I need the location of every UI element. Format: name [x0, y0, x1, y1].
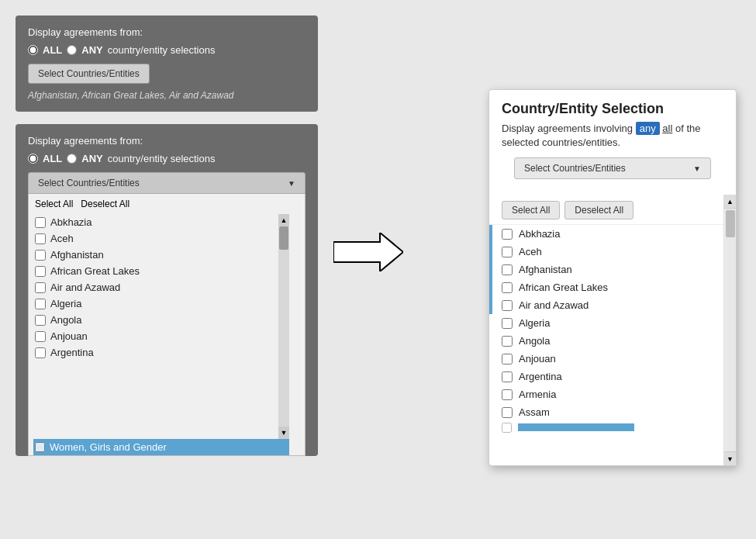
top-radio-row: ALL ANY country/entity selections [28, 44, 306, 56]
r-algeria-label: Algeria [519, 317, 550, 329]
afghanistan-label: Afghanistan [50, 249, 104, 261]
right-list-item: African Great Lakes [489, 278, 723, 296]
top-all-radio[interactable] [28, 45, 38, 55]
right-panel-header: Country/Entity Selection Display agreeme… [489, 90, 736, 195]
top-all-label: ALL [43, 44, 62, 56]
scrollbar-up-btn[interactable]: ▲ [724, 195, 737, 209]
right-list-scroll-area: Abkhazia Aceh Afghanistan African Great … [489, 225, 723, 465]
bottom-select-all-link[interactable]: Select All [35, 199, 73, 209]
bottom-list-scroll-area: Abkhazia Aceh Afghanistan African Great … [33, 214, 289, 439]
r-african-great-lakes-checkbox[interactable] [502, 282, 513, 293]
right-arrow-icon [333, 233, 403, 271]
scrollbar-thumb [726, 210, 735, 237]
right-list-item: Anjouan [489, 350, 723, 368]
african-great-lakes-label: African Great Lakes [50, 265, 140, 277]
right-list-item: Algeria [489, 314, 723, 332]
r-abkhazia-checkbox[interactable] [502, 229, 513, 240]
r-armenia-label: Armenia [519, 389, 556, 400]
bottom-dropdown-arrow: ▼ [288, 179, 295, 188]
r-aceh-label: Aceh [519, 246, 542, 257]
bottom-highlight-item: Women, Girls and Gender [33, 439, 289, 455]
right-dropdown-arrow-icon: ▼ [693, 164, 701, 173]
r-algeria-checkbox[interactable] [502, 318, 513, 329]
right-panel: Country/Entity Selection Display agreeme… [488, 89, 737, 466]
right-list-item: Aceh [489, 243, 723, 261]
angola-checkbox[interactable] [35, 315, 46, 326]
bottom-any-label: ANY [81, 153, 102, 164]
r-argentina-label: Argentina [519, 371, 562, 382]
right-panel-desc: Display agreements involving any all of … [502, 122, 723, 150]
argentina-checkbox[interactable] [35, 347, 46, 358]
r-aceh-checkbox[interactable] [502, 247, 513, 257]
r-african-great-lakes-label: African Great Lakes [519, 282, 608, 293]
bottom-dropdown-btn[interactable]: Select Countries/Entities ▼ [28, 172, 306, 194]
list-item: Air and Azawad [33, 279, 289, 295]
r-air-azawad-label: Air and Azawad [519, 299, 589, 311]
bottom-any-radio[interactable] [67, 154, 77, 164]
bottom-list-header: Select All Deselect All [33, 199, 289, 209]
r-afghanistan-checkbox[interactable] [502, 264, 513, 275]
right-list-item: Angola [489, 332, 723, 350]
r-afghanistan-label: Afghanistan [519, 264, 572, 275]
scrollbar-down-btn[interactable]: ▼ [724, 451, 737, 465]
top-any-radio[interactable] [67, 45, 77, 55]
desc-all[interactable]: all [662, 123, 672, 134]
r-air-azawad-checkbox[interactable] [502, 300, 513, 311]
scroll-down-btn[interactable]: ▼ [278, 427, 289, 439]
right-list-item: Assam [489, 403, 723, 421]
r-partial-checkbox[interactable] [502, 423, 512, 433]
r-argentina-checkbox[interactable] [502, 371, 513, 382]
svg-marker-0 [333, 233, 403, 271]
bottom-radio-row: ALL ANY country/entity selections [28, 153, 306, 164]
algeria-checkbox[interactable] [35, 299, 46, 309]
r-angola-checkbox[interactable] [502, 336, 513, 347]
bottom-panel: Display agreements from: ALL ANY country… [16, 124, 318, 456]
right-select-all-btn[interactable]: Select All [502, 201, 560, 219]
abkhazia-checkbox[interactable] [35, 217, 46, 228]
afghanistan-checkbox[interactable] [35, 250, 46, 261]
r-assam-checkbox[interactable] [502, 407, 513, 418]
r-partial-label: ... [518, 423, 634, 431]
right-list-item: Air and Azawad [489, 296, 723, 314]
right-list-item-partial: ... [489, 421, 723, 434]
scroll-up-btn[interactable]: ▲ [278, 214, 289, 226]
top-radio-suffix: country/entity selections [108, 44, 216, 56]
r-armenia-checkbox[interactable] [502, 389, 513, 400]
list-item: Aceh [33, 230, 289, 247]
right-list-item: Armenia [489, 385, 723, 403]
argentina-label: Argentina [50, 347, 94, 358]
scroll-thumb [279, 226, 288, 250]
r-abkhazia-label: Abkhazia [519, 228, 560, 240]
right-dropdown-btn[interactable]: Select Countries/Entities ▼ [514, 157, 711, 179]
angola-label: Angola [50, 314, 81, 326]
anjouan-checkbox[interactable] [35, 331, 46, 342]
list-item: Algeria [33, 295, 289, 312]
aceh-checkbox[interactable] [35, 233, 46, 244]
r-anjouan-checkbox[interactable] [502, 354, 513, 365]
r-anjouan-label: Anjouan [519, 353, 556, 365]
bottom-list-scrollbar[interactable]: ▲ ▼ [278, 214, 289, 439]
top-any-label: ANY [81, 44, 102, 56]
bottom-all-radio[interactable] [28, 154, 38, 164]
right-list-header: Select All Deselect All [489, 195, 723, 225]
right-list-item: Abkhazia [489, 225, 723, 243]
list-item: Anjouan [33, 328, 289, 344]
air-azawad-label: Air and Azawad [50, 282, 120, 293]
scrollbar-track [725, 209, 736, 451]
right-deselect-all-btn[interactable]: Deselect All [564, 201, 633, 219]
right-panel-scrollbar[interactable]: ▲ ▼ [723, 195, 736, 465]
top-panel-label: Display agreements from: [28, 26, 306, 38]
top-select-btn[interactable]: Select Countries/Entities [28, 64, 150, 84]
aceh-label: Aceh [50, 233, 74, 244]
list-item: Argentina [33, 344, 289, 361]
air-azawad-checkbox[interactable] [35, 282, 46, 293]
desc-any[interactable]: any [636, 122, 660, 135]
african-great-lakes-checkbox[interactable] [35, 266, 46, 277]
women-checkbox[interactable] [35, 442, 45, 452]
right-panel-list-content: Select All Deselect All Abkhazia Aceh Af… [489, 195, 723, 465]
scroll-track [278, 226, 289, 427]
bottom-deselect-all-link[interactable]: Deselect All [81, 199, 129, 209]
top-panel: Display agreements from: ALL ANY country… [16, 16, 318, 112]
bottom-all-label: ALL [43, 153, 62, 164]
desc-before: Display agreements involving [502, 123, 636, 134]
